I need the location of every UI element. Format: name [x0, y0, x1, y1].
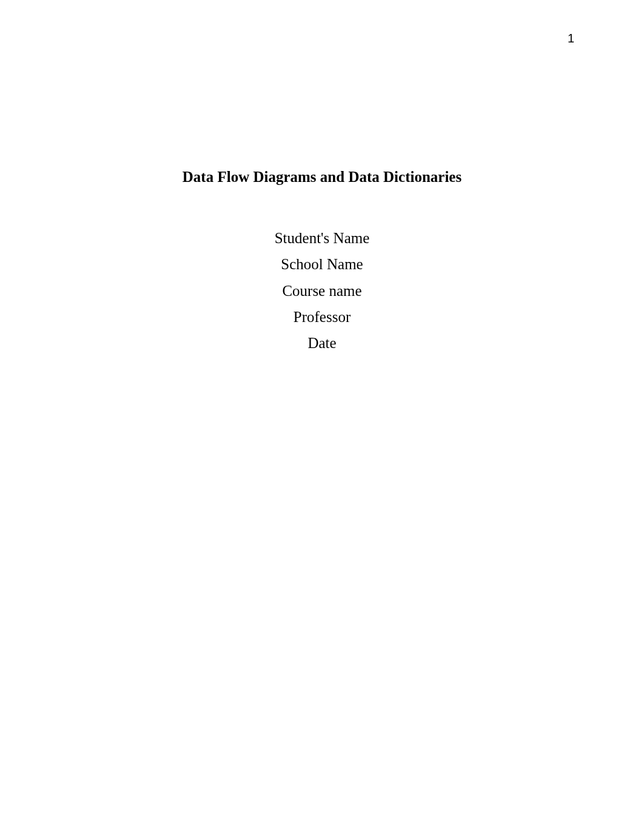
document-title: Data Flow Diagrams and Data Dictionaries	[0, 169, 644, 186]
document-page: 1 Data Flow Diagrams and Data Dictionari…	[0, 0, 644, 835]
page-number: 1	[568, 32, 574, 45]
course-name-line: Course name	[0, 283, 644, 299]
school-name-line: School Name	[0, 257, 644, 272]
document-content: Data Flow Diagrams and Data Dictionaries…	[0, 169, 644, 361]
student-name-line: Student's Name	[0, 230, 644, 246]
date-line: Date	[0, 335, 644, 351]
professor-line: Professor	[0, 309, 644, 325]
